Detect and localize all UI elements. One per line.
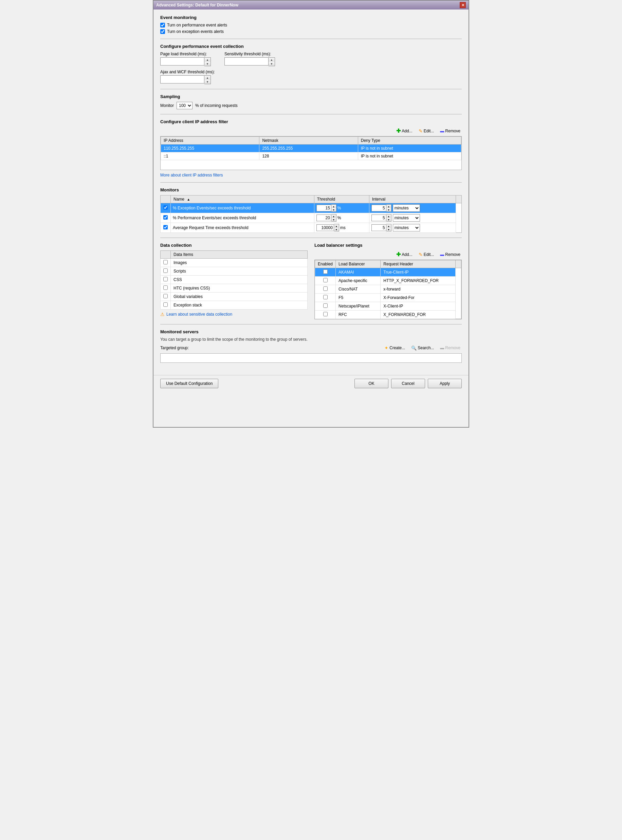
monitor-checkbox[interactable] bbox=[163, 215, 168, 219]
sensitivity-up-btn[interactable]: ▲ bbox=[268, 58, 275, 62]
lb-enabled-checkbox[interactable] bbox=[323, 286, 328, 291]
table-row[interactable]: 110.255.255.255 255.255.255.255 IP is no… bbox=[161, 145, 461, 152]
ip-remove-button[interactable]: ▬ Remove bbox=[439, 128, 462, 134]
monitor-checkbox[interactable] bbox=[163, 225, 168, 230]
interval-input[interactable] bbox=[372, 224, 386, 231]
table-row[interactable]: AKAMAI True-Client-IP bbox=[315, 268, 461, 277]
targeted-group-input[interactable] bbox=[160, 353, 462, 363]
interval-input[interactable] bbox=[372, 205, 386, 212]
lb-name-cell: Netscape/iPlanet bbox=[336, 302, 381, 310]
netmask-cell: 128 bbox=[259, 152, 358, 160]
targeted-group-label: Targeted group: bbox=[160, 345, 189, 350]
monitor-checkbox[interactable] bbox=[163, 205, 168, 210]
table-row[interactable]: Netscape/iPlanet X-Client-IP bbox=[315, 302, 461, 310]
ip-add-button[interactable]: ✚ Add... bbox=[395, 127, 413, 135]
list-item[interactable]: CSS bbox=[161, 275, 308, 284]
lb-edit-button[interactable]: ✎ Edit... bbox=[417, 251, 436, 258]
item-name-col: Data Items bbox=[171, 251, 308, 259]
threshold-down-btn[interactable]: ▼ bbox=[334, 228, 339, 231]
exception-alerts-checkbox[interactable] bbox=[160, 29, 165, 34]
close-button[interactable]: ✕ bbox=[460, 2, 466, 8]
table-row[interactable]: F5 X-Forwarded-For bbox=[315, 294, 461, 302]
ajax-input[interactable]: 5000 bbox=[160, 75, 204, 84]
interval-unit-select[interactable]: minutes seconds hours bbox=[393, 204, 420, 212]
perf-alerts-checkbox[interactable] bbox=[160, 23, 165, 27]
threshold-up-btn[interactable]: ▲ bbox=[331, 215, 336, 218]
list-item[interactable]: HTC (requires CSS) bbox=[161, 284, 308, 292]
item-checkbox[interactable] bbox=[163, 268, 168, 273]
threshold-unit: % bbox=[337, 206, 341, 210]
interval-unit-select[interactable]: minutes seconds hours bbox=[393, 224, 420, 231]
ajax-up-btn[interactable]: ▲ bbox=[204, 76, 210, 80]
threshold-spinner-btns: ▲ ▼ bbox=[331, 204, 337, 212]
monitor-row[interactable]: % Performance Events/sec exceeds thresho… bbox=[161, 213, 462, 223]
item-checkbox[interactable] bbox=[163, 277, 168, 282]
sensitivity-input[interactable]: 3000 bbox=[224, 57, 268, 65]
lb-add-button[interactable]: ✚ Add... bbox=[395, 251, 413, 258]
threshold-down-btn[interactable]: ▼ bbox=[331, 218, 336, 221]
lb-edit-icon: ✎ bbox=[419, 252, 423, 257]
threshold-up-btn[interactable]: ▲ bbox=[334, 224, 339, 228]
interval-spinner-btns: ▲ ▼ bbox=[386, 204, 392, 212]
ip-edit-button[interactable]: ✎ Edit... bbox=[417, 128, 436, 134]
interval-down-btn[interactable]: ▼ bbox=[386, 228, 391, 231]
sensitivity-down-btn[interactable]: ▼ bbox=[268, 62, 275, 66]
apply-button[interactable]: Apply bbox=[428, 379, 462, 388]
lb-name-cell: RFC bbox=[336, 310, 381, 319]
table-row[interactable]: ::1 128 IP is not in subnet bbox=[161, 152, 461, 160]
monitor-name-col[interactable]: Name ▲ bbox=[171, 195, 314, 203]
remove-button[interactable]: ▬ Remove bbox=[439, 345, 462, 351]
interval-input[interactable] bbox=[372, 215, 386, 221]
table-row[interactable]: Apache-specific HTTP_X_FORWARDED_FOR bbox=[315, 277, 461, 285]
titlebar: Advanced Settings: Default for DinnerNow… bbox=[154, 1, 468, 9]
threshold-up-btn[interactable]: ▲ bbox=[331, 205, 336, 208]
interval-up-btn[interactable]: ▲ bbox=[386, 205, 391, 208]
sensitive-link[interactable]: Learn about sensitive data collection bbox=[166, 312, 232, 317]
search-button[interactable]: 🔍 Search... bbox=[410, 345, 435, 351]
item-checkbox[interactable] bbox=[163, 285, 168, 290]
sort-arrow-icon: ▲ bbox=[187, 198, 190, 201]
use-default-button[interactable]: Use Default Configuration bbox=[160, 379, 218, 388]
monitor-row[interactable]: % Exception Events/sec exceeds threshold… bbox=[161, 203, 462, 213]
lb-name-cell: AKAMAI bbox=[336, 268, 381, 277]
list-item[interactable]: Exception stack bbox=[161, 301, 308, 309]
monitor-name-cell: % Performance Events/sec exceeds thresho… bbox=[171, 213, 314, 223]
page-load-down-btn[interactable]: ▼ bbox=[204, 62, 210, 66]
threshold-input[interactable] bbox=[316, 205, 331, 212]
item-checkbox[interactable] bbox=[163, 294, 168, 298]
list-item[interactable]: Global variables bbox=[161, 292, 308, 301]
item-checkbox[interactable] bbox=[163, 260, 168, 265]
interval-up-btn[interactable]: ▲ bbox=[386, 215, 391, 218]
sampling-select[interactable]: 100 50 25 10 bbox=[177, 102, 192, 109]
ip-more-link[interactable]: More about client IP address filters bbox=[160, 173, 223, 178]
item-checkbox[interactable] bbox=[163, 303, 168, 307]
ajax-down-btn[interactable]: ▼ bbox=[204, 80, 210, 84]
monitor-check-cell bbox=[161, 223, 171, 233]
lb-enabled-checkbox[interactable] bbox=[323, 303, 328, 308]
interval-unit-select[interactable]: minutes seconds hours bbox=[393, 214, 420, 222]
threshold-input[interactable] bbox=[316, 215, 331, 221]
table-row[interactable]: Cisco/NAT x-forward bbox=[315, 285, 461, 294]
interval-down-btn[interactable]: ▼ bbox=[386, 208, 391, 212]
monitor-interval-cell: ▲ ▼ minutes seconds hours bbox=[369, 223, 456, 233]
threshold-down-btn[interactable]: ▼ bbox=[331, 208, 336, 212]
lb-enabled-checkbox[interactable] bbox=[323, 269, 328, 274]
lb-enabled-checkbox[interactable] bbox=[323, 295, 328, 299]
interval-up-btn[interactable]: ▲ bbox=[386, 224, 391, 228]
list-item[interactable]: Images bbox=[161, 259, 308, 267]
lb-remove-button[interactable]: ▬ Remove bbox=[439, 251, 462, 257]
lb-enabled-checkbox[interactable] bbox=[323, 278, 328, 282]
table-row[interactable]: RFC X_FORWARDED_FOR bbox=[315, 310, 461, 319]
threshold-input[interactable] bbox=[316, 224, 334, 231]
page-load-up-btn[interactable]: ▲ bbox=[204, 58, 210, 62]
ok-button[interactable]: OK bbox=[354, 379, 389, 388]
cancel-button[interactable]: Cancel bbox=[391, 379, 425, 388]
interval-down-btn[interactable]: ▼ bbox=[386, 218, 391, 221]
create-button[interactable]: ✦ Create... bbox=[383, 344, 406, 351]
lb-enabled-checkbox[interactable] bbox=[323, 312, 328, 316]
page-load-input[interactable]: 15000 bbox=[160, 57, 204, 65]
content-area: Event monitoring Turn on performance eve… bbox=[154, 9, 468, 371]
list-item[interactable]: Scripts bbox=[161, 267, 308, 275]
lb-header-cell: True-Client-IP bbox=[381, 268, 456, 277]
monitor-row[interactable]: Average Request Time exceeds threshold ▲… bbox=[161, 223, 462, 233]
